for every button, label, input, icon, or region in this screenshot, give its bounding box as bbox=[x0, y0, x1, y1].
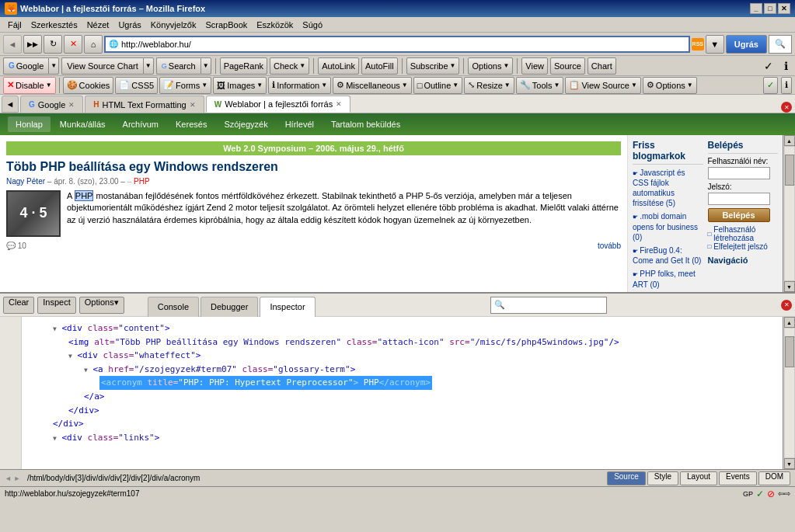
devtools-scroll-track[interactable] bbox=[784, 328, 795, 458]
search-combo[interactable]: G Search ▼ bbox=[156, 57, 211, 75]
resize-button[interactable]: ⤡ Resize ▼ bbox=[464, 77, 514, 94]
menu-help[interactable]: Súgó bbox=[298, 19, 327, 31]
clear-button[interactable]: Clear bbox=[3, 297, 34, 314]
browser-scrollbar[interactable]: ▲ ▼ bbox=[783, 135, 795, 292]
stop-button[interactable]: ✕ bbox=[64, 35, 82, 54]
nav-tartalom[interactable]: Tartalom beküldés bbox=[323, 116, 408, 132]
tab-console[interactable]: Console bbox=[148, 297, 199, 317]
dom-btn[interactable]: DOM bbox=[758, 471, 790, 485]
scroll-track[interactable] bbox=[784, 146, 795, 281]
style-btn[interactable]: Style bbox=[647, 471, 678, 485]
dropdown-button[interactable]: ▼ bbox=[706, 35, 724, 54]
devtools-close-button[interactable]: ✕ bbox=[781, 300, 792, 311]
tab-inspector[interactable]: Inspector bbox=[260, 297, 315, 317]
source-btn[interactable]: Source bbox=[607, 471, 646, 485]
check-dropdown[interactable]: ▼ bbox=[299, 62, 305, 69]
miscellaneous-button[interactable]: ⚙ Miscellaneous ▼ bbox=[333, 77, 412, 94]
scroll-up[interactable]: ▲ bbox=[784, 135, 795, 146]
vsc-button[interactable]: View Source Chart bbox=[61, 57, 143, 75]
article-php-link[interactable]: PHP bbox=[134, 177, 150, 186]
menu-file[interactable]: Fájl bbox=[3, 19, 26, 31]
tab-weblabor[interactable]: W Weblabor | a fejlesztői forrás ✕ bbox=[206, 96, 350, 113]
nav-archivum[interactable]: Archívum bbox=[115, 116, 166, 132]
menu-bookmarks[interactable]: Könyvjelzők bbox=[146, 19, 201, 31]
search-dropdown[interactable]: ▼ bbox=[200, 57, 211, 75]
forward-button[interactable]: ▶▶ bbox=[23, 35, 42, 54]
address-bar[interactable]: 🌐 bbox=[104, 36, 690, 53]
nav-munka[interactable]: Munka/állás bbox=[52, 116, 113, 132]
question-icon[interactable]: ℹ bbox=[780, 57, 792, 75]
address-input[interactable] bbox=[121, 40, 685, 49]
layout-btn[interactable]: Layout bbox=[680, 471, 717, 485]
forms-button[interactable]: 📝 Forms ▼ bbox=[159, 77, 211, 94]
devtools-scroll-up[interactable]: ▲ bbox=[784, 317, 795, 328]
cookies-button[interactable]: 🍪 Cookies bbox=[63, 77, 114, 94]
google-combo[interactable]: G Google ▼ bbox=[3, 57, 59, 75]
information-button[interactable]: ℹ Information ▼ bbox=[268, 77, 331, 94]
back-button[interactable]: ◄ bbox=[3, 35, 22, 54]
check-button[interactable]: Check ▼ bbox=[270, 57, 309, 75]
valid-icon[interactable]: ✓ bbox=[763, 77, 778, 94]
events-btn[interactable]: Events bbox=[719, 471, 757, 485]
register-link[interactable]: □ Felhasználó létrehozása bbox=[708, 225, 779, 242]
forgot-link[interactable]: □ Elfelejtett jelszó bbox=[708, 242, 779, 251]
home-button[interactable]: ⌂ bbox=[84, 35, 103, 54]
devtools-search[interactable]: 🔍 bbox=[490, 297, 607, 314]
menu-tools[interactable]: Eszközök bbox=[252, 19, 298, 31]
selected-element[interactable]: <acronym title="PHP: PHP: Hypertext Prep… bbox=[99, 376, 432, 390]
blogmarks-link-1[interactable]: Javascript és CSS fájlok automatikus fri… bbox=[633, 168, 703, 208]
subscribe-button[interactable]: Subscribe ▼ bbox=[406, 57, 460, 75]
nav-honlap[interactable]: Honlap bbox=[8, 116, 51, 132]
search-icon-box[interactable]: 🔍 bbox=[769, 35, 792, 54]
blogmarks-link-2[interactable]: .mobi domain opens for business (0) bbox=[633, 211, 703, 242]
menu-scrapbook[interactable]: ScrapBook bbox=[200, 19, 252, 31]
triangle-1[interactable]: ▼ bbox=[53, 325, 57, 332]
menu-edit[interactable]: Szerkesztés bbox=[26, 19, 82, 31]
nav-hirlevél[interactable]: Hírlevél bbox=[277, 116, 322, 132]
tab-weblabor-close[interactable]: ✕ bbox=[336, 100, 342, 108]
vsc-combo[interactable]: View Source Chart ▼ bbox=[61, 57, 154, 75]
maximize-button[interactable]: □ bbox=[764, 3, 776, 14]
tab-close-all[interactable]: ✕ bbox=[781, 102, 792, 113]
tools-button[interactable]: 🔧 Tools ▼ bbox=[516, 77, 564, 94]
rss-icon[interactable]: RSS bbox=[692, 38, 704, 50]
login-button[interactable]: Belépés bbox=[708, 208, 770, 222]
autofill-button[interactable]: AutoFill bbox=[361, 57, 398, 75]
css-button[interactable]: 📄 CSS5 bbox=[115, 77, 158, 94]
inspect-button[interactable]: Inspect bbox=[37, 297, 75, 314]
nav-szojegyzek[interactable]: Szójegyzék bbox=[216, 116, 275, 132]
google-button[interactable]: G Google bbox=[3, 57, 48, 75]
menu-goto[interactable]: Ugrás bbox=[113, 19, 145, 31]
options2-button[interactable]: ⚙ Options ▼ bbox=[643, 77, 697, 94]
tab-debugger[interactable]: Debugger bbox=[200, 297, 258, 317]
triangle-3[interactable]: ▼ bbox=[68, 353, 72, 360]
username-input[interactable] bbox=[708, 167, 770, 179]
window-controls[interactable]: _ □ ✕ bbox=[750, 3, 790, 14]
tab-google-close[interactable]: ✕ bbox=[68, 101, 75, 109]
triangle-8[interactable]: ▼ bbox=[53, 435, 57, 442]
menu-view[interactable]: Nézet bbox=[82, 19, 114, 31]
devtools-scroll-thumb[interactable] bbox=[785, 336, 794, 367]
google-dropdown[interactable]: ▼ bbox=[48, 57, 59, 75]
info-icon[interactable]: ✓ bbox=[760, 57, 777, 75]
info-icon2[interactable]: ℹ bbox=[781, 77, 792, 94]
read-more-link[interactable]: tovább bbox=[598, 242, 621, 250]
close-button[interactable]: ✕ bbox=[778, 3, 790, 14]
viewsource-button[interactable]: 📋 View Source ▼ bbox=[565, 77, 640, 94]
article-author[interactable]: Nagy Péter bbox=[6, 177, 45, 186]
go-button[interactable]: Ugrás bbox=[726, 35, 767, 54]
devtools-scrollbar[interactable]: ▲ ▼ bbox=[783, 317, 795, 469]
blogmarks-link-3[interactable]: FireBug 0.4: Come and Get It (0) bbox=[633, 245, 703, 266]
search-button[interactable]: G Search bbox=[156, 57, 200, 75]
source-button[interactable]: Source bbox=[550, 57, 585, 75]
article-title[interactable]: Több PHP beállítása egy Windows rendszer… bbox=[6, 160, 621, 174]
vsc-dropdown[interactable]: ▼ bbox=[143, 57, 154, 75]
scroll-thumb[interactable] bbox=[785, 155, 794, 186]
view-button[interactable]: View bbox=[521, 57, 548, 75]
options-tool-button[interactable]: Options▾ bbox=[79, 297, 124, 314]
refresh-button[interactable]: ↻ bbox=[44, 35, 62, 54]
autolink-button[interactable]: AutoLink bbox=[318, 57, 359, 75]
options-button[interactable]: Options ▼ bbox=[468, 57, 513, 75]
scroll-down[interactable]: ▼ bbox=[784, 281, 795, 292]
blogmarks-link-4[interactable]: PHP folks, meet ART (0) bbox=[633, 269, 703, 289]
